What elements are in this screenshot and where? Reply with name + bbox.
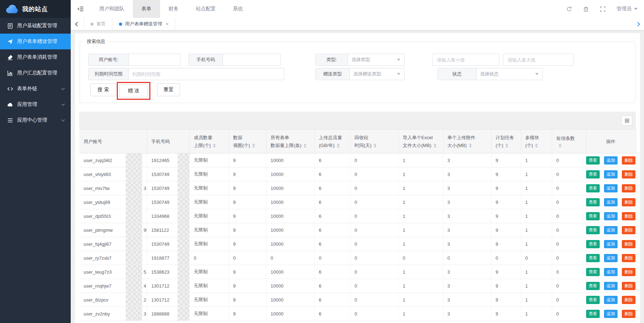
type-select[interactable]: 选择类型 [348, 54, 397, 65]
column-settings-button[interactable] [621, 116, 632, 126]
append-button[interactable]: 追加 [604, 226, 618, 234]
view-button[interactable]: 查看 [586, 184, 600, 192]
delete-button[interactable]: 删除 [622, 254, 635, 262]
view-button[interactable]: 查看 [586, 156, 600, 165]
column-header-4[interactable]: 所有表单数据量上限(条) [266, 130, 314, 153]
user-menu[interactable]: 管理员 [616, 6, 638, 12]
view-button[interactable]: 查看 [586, 212, 600, 220]
append-button[interactable]: 追加 [604, 212, 618, 220]
table-toolbar [79, 112, 636, 129]
delete-button[interactable]: 删除 [622, 282, 635, 290]
sort-icon[interactable] [535, 143, 538, 148]
column-header-9[interactable]: 计划任务(个) [491, 130, 521, 153]
column-header-5[interactable]: 上传总流量(GB/年) [314, 130, 350, 153]
append-button[interactable]: 追加 [604, 282, 618, 290]
collapse-menu-icon[interactable] [71, 0, 91, 18]
max-value-input[interactable] [503, 54, 574, 66]
append-button[interactable]: 追加 [604, 156, 618, 165]
cell-value-1: 9 [229, 265, 266, 279]
delete-button[interactable]: 删除 [622, 226, 635, 234]
delete-button[interactable]: 删除 [622, 198, 635, 206]
tab-1[interactable]: 用户表单赠送管理× [113, 18, 175, 30]
sort-icon[interactable] [374, 143, 376, 148]
topnav-item-4[interactable]: 系统 [224, 0, 251, 18]
sidebar-item-6[interactable]: 应用中心管理 [0, 112, 71, 128]
view-button[interactable]: 查看 [586, 268, 600, 276]
sort-icon[interactable] [469, 143, 472, 148]
column-header-7[interactable]: 导入单个Excel文件大小(MB) [398, 130, 443, 153]
sort-icon[interactable] [434, 143, 436, 148]
account-input[interactable] [129, 54, 180, 65]
column-header-10[interactable]: 多模块(个) [521, 130, 552, 153]
close-icon[interactable]: × [166, 21, 169, 27]
column-header-3[interactable]: 数据视图(个) [229, 130, 266, 153]
view-button[interactable]: 查看 [586, 310, 600, 318]
sort-icon[interactable] [213, 143, 216, 148]
view-button[interactable]: 查看 [586, 170, 600, 178]
topnav-item-2[interactable]: 财务 [160, 0, 187, 18]
append-button[interactable]: 追加 [604, 254, 618, 262]
view-button[interactable]: 查看 [586, 198, 600, 206]
view-button[interactable]: 查看 [586, 296, 600, 304]
delete-button[interactable]: 删除 [622, 240, 635, 248]
sidebar-item-0[interactable]: 用户基础配置管理 [0, 18, 71, 34]
topnav-item-3[interactable]: 站点配置 [187, 0, 224, 18]
top-header: 用户和团队表单财务站点配置系统 [71, 0, 644, 18]
expire-range-input[interactable] [129, 68, 284, 80]
sidebar-item-3[interactable]: 用户汇总配置管理 [0, 65, 71, 81]
trash-icon[interactable] [583, 6, 589, 12]
search-button[interactable]: 搜 索 [90, 83, 116, 96]
tabs-scroll-right-icon[interactable] [631, 18, 644, 30]
reset-button[interactable]: 重置 [157, 83, 180, 96]
phone-input[interactable] [223, 54, 280, 65]
chevron-down-icon [397, 59, 400, 61]
view-button[interactable]: 查看 [586, 282, 600, 290]
sort-icon[interactable] [505, 143, 508, 148]
view-button[interactable]: 查看 [586, 226, 600, 234]
sidebar-item-5[interactable]: 应用管理 [0, 97, 71, 112]
expire-label: 到期时间范围 [89, 68, 129, 80]
sidebar-item-1[interactable]: 用户表单赠送管理 [0, 34, 71, 49]
column-header-8[interactable]: 单个上传附件大小(MB) [443, 130, 491, 153]
view-button[interactable]: 查看 [586, 240, 600, 248]
sort-icon[interactable] [304, 143, 306, 148]
min-value-input[interactable] [432, 54, 499, 66]
tabs-scroll-left-icon[interactable] [71, 18, 84, 30]
append-button[interactable]: 追加 [604, 170, 618, 178]
append-button[interactable]: 追加 [604, 268, 618, 276]
tab-0[interactable]: 首页 [84, 18, 113, 30]
append-button[interactable]: 追加 [604, 310, 618, 318]
delete-button[interactable]: 删除 [622, 212, 635, 220]
column-header-6[interactable]: 回收站时间(天) [350, 130, 398, 153]
fullscreen-icon[interactable] [600, 6, 606, 12]
delete-button[interactable]: 删除 [622, 268, 635, 276]
chevron-down-icon [61, 102, 65, 106]
delete-button[interactable]: 删除 [622, 310, 635, 318]
sidebar-item-2[interactable]: 用户表单消耗管理 [0, 49, 71, 65]
column-header-2[interactable]: 成员数量上限(个) [189, 130, 229, 153]
view-button[interactable]: 查看 [586, 254, 600, 262]
sidebar-item-4[interactable]: 表单外链 [0, 81, 71, 97]
delete-button[interactable]: 删除 [622, 170, 635, 178]
delete-button[interactable]: 删除 [622, 296, 635, 304]
sort-icon[interactable] [337, 143, 340, 148]
sort-icon[interactable] [252, 143, 255, 148]
gift-type-select[interactable]: 选择赠送类型 [350, 68, 397, 80]
append-button[interactable]: 追加 [604, 296, 618, 304]
cell-value-1: 9 [229, 237, 266, 251]
cell-value-0: 无限制 [189, 237, 229, 251]
sort-icon[interactable] [559, 143, 561, 148]
delete-button[interactable]: 删除 [622, 156, 635, 165]
gift-button[interactable]: 赠 送 [119, 84, 148, 97]
append-button[interactable]: 追加 [604, 184, 618, 192]
status-select[interactable]: 选择状态 [476, 68, 535, 80]
column-header-11[interactable]: 短信条数 [552, 130, 586, 153]
topnav-item-1[interactable]: 表单 [133, 0, 160, 18]
table-panel: 用户账号手机号码成员数量上限(个)数据视图(个)所有表单数据量上限(条)上传总流… [75, 107, 640, 323]
append-button[interactable]: 追加 [604, 240, 618, 248]
append-button[interactable]: 追加 [604, 198, 618, 206]
refresh-icon[interactable] [566, 6, 572, 12]
delete-button[interactable]: 删除 [622, 184, 635, 192]
cell-actions: 查看追加删除 [586, 223, 636, 237]
topnav-item-0[interactable]: 用户和团队 [91, 0, 133, 18]
